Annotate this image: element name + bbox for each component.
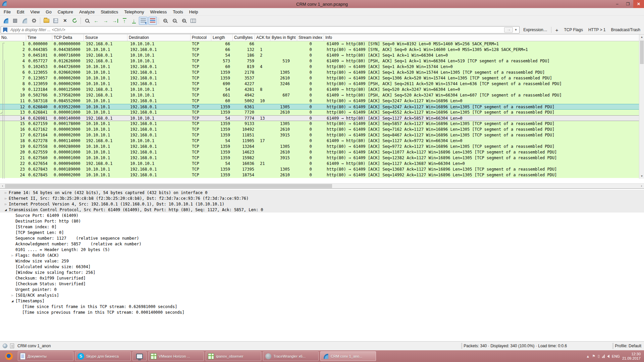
scroll-right-arrow-icon[interactable]: › <box>639 184 644 188</box>
detail-line[interactable]: Urgent pointer: 0 <box>0 287 644 292</box>
close-button[interactable]: ✕ <box>633 0 644 8</box>
zoom-out-button[interactable]: − <box>170 17 179 25</box>
go-last-button[interactable]: ↓ <box>129 17 138 25</box>
detail-line[interactable]: ▷Flags: 0x010 (ACK) <box>0 252 644 258</box>
reload-button[interactable] <box>70 17 79 25</box>
collapse-arrow-icon[interactable]: ◢ <box>9 299 15 303</box>
column-header-ack-for[interactable]: ACK for <box>255 35 270 41</box>
save-file-button[interactable] <box>51 17 60 25</box>
detail-line[interactable]: Checksum: 0x1f99 [unverified] <box>0 275 644 281</box>
maximize-button[interactable]: ❐ <box>623 0 633 8</box>
taskbar-firefox-button[interactable] <box>2 351 16 361</box>
detail-line[interactable]: ◢[Timestamps] <box>0 298 644 304</box>
detail-line[interactable]: ▷Ethernet II, Src: f2:3b:25:20:c8:b8 (f2… <box>0 195 644 201</box>
column-header-protocol[interactable]: Protocol <box>191 35 211 41</box>
taskbar-button-monitor[interactable] <box>132 351 147 361</box>
detail-line[interactable]: [Stream index: 0] <box>0 224 644 230</box>
packet-row[interactable]: 90.1231840.000125000192.168.0.110.10.10.… <box>0 87 639 93</box>
packet-row[interactable]: 120.6268400.03952200010.10.10.1192.168.0… <box>0 104 639 110</box>
zoom-in-button[interactable]: + <box>161 17 169 25</box>
column-header-cumbytes[interactable]: CumBytes <box>233 35 255 41</box>
detail-line[interactable]: Source Port: 61409 (61409) <box>0 213 644 218</box>
column-header-time[interactable]: Time <box>26 35 52 41</box>
packet-row[interactable]: 190.6275580.00028000010.10.10.1192.168.0… <box>0 144 639 149</box>
filter-preset-http[interactable]: HTTP > 1 <box>587 27 607 32</box>
zoom-reset-button[interactable]: = <box>179 17 188 25</box>
menu-help[interactable]: Help <box>186 9 201 15</box>
filter-preset-tcp-flags[interactable]: TCP Flags <box>562 27 584 32</box>
apply-filter-button[interactable]: ➝ <box>504 27 513 33</box>
column-header-destination[interactable]: Destination <box>127 35 191 41</box>
packet-row[interactable]: 70.1230570.00000200010.10.10.1192.168.0.… <box>0 75 639 81</box>
packet-row[interactable]: 180.6272780.000114000192.168.0.110.10.10… <box>0 138 639 144</box>
resize-columns-button[interactable] <box>189 17 198 25</box>
packet-row[interactable]: 140.6269810.000140000192.168.0.110.10.10… <box>0 115 639 121</box>
capture-comment-icon[interactable] <box>10 344 14 348</box>
expand-arrow-icon[interactable]: ▷ <box>3 197 9 200</box>
detail-line[interactable]: Acknowledgment number: 5857 (relative ac… <box>0 241 644 247</box>
column-header-no[interactable]: No. <box>0 35 26 41</box>
expand-arrow-icon[interactable]: ▷ <box>3 191 9 194</box>
minimize-button[interactable]: – <box>612 0 623 8</box>
collapse-arrow-icon[interactable]: ◢ <box>3 208 9 212</box>
open-file-button[interactable] <box>42 17 51 25</box>
packet-row[interactable]: 170.6271640.00000200010.10.10.1192.168.0… <box>0 132 639 138</box>
capture-options-button[interactable] <box>30 17 38 25</box>
packet-row[interactable]: 210.6275600.00000100010.10.10.1192.168.0… <box>0 155 639 161</box>
horizontal-scroll-thumb[interactable] <box>5 184 332 188</box>
menu-capture[interactable]: Capture <box>55 9 76 15</box>
packet-row[interactable]: 100.5027660.379582000192.168.0.110.10.10… <box>0 93 639 98</box>
start-capture-button[interactable] <box>1 17 10 25</box>
go-back-button[interactable]: ← <box>92 17 101 25</box>
detail-line[interactable]: [Time since previous frame in this TCP s… <box>0 309 644 315</box>
packet-row[interactable]: 230.6278430.00018900010.10.10.1192.168.0… <box>0 167 639 172</box>
menu-tools[interactable]: Tools <box>170 9 186 15</box>
packet-row[interactable]: 240.6278450.00000200010.10.10.1192.168.0… <box>0 172 639 178</box>
taskbar-button-tracewrangler[interactable]: TraceWrangler x6... <box>263 351 319 361</box>
menu-go[interactable]: Go <box>43 9 54 15</box>
packet-list-vertical-scrollbar[interactable]: ▲ ▼ <box>639 35 644 179</box>
detail-line[interactable]: [Window size scaling factor: 256] <box>0 269 644 275</box>
column-header-stream-index[interactable]: Stream index <box>297 35 324 41</box>
detail-line[interactable]: [TCP Segment Len: 0] <box>0 230 644 235</box>
packet-row[interactable]: 60.1230550.02060200010.10.10.1192.168.0.… <box>0 70 639 75</box>
detail-line[interactable]: 0101 .... = Header Length: 20 bytes (5) <box>0 247 644 252</box>
scroll-up-arrow-icon[interactable]: ▲ <box>639 35 644 40</box>
tray-volume-icon[interactable] <box>607 355 609 358</box>
tray-battery-icon[interactable]: ▯ <box>598 354 600 358</box>
tray-language[interactable]: ENG <box>612 354 620 358</box>
packet-row[interactable]: 220.6276540.000094000192.168.0.110.10.10… <box>0 161 639 167</box>
detail-line[interactable]: [Checksum Status: Unverified] <box>0 281 644 287</box>
packet-row[interactable]: 130.6268410.00000100010.10.10.1192.168.0… <box>0 110 639 115</box>
detail-line[interactable]: ▷[SEQ/ACK analysis] <box>0 292 644 298</box>
expert-info-icon[interactable] <box>3 344 7 348</box>
column-header-length[interactable]: Length <box>211 35 233 41</box>
filter-history-dropdown-icon[interactable]: ▼ <box>513 28 519 32</box>
packet-row[interactable]: 50.1024530.04472600010.10.10.1192.168.0.… <box>0 64 639 70</box>
taskbar-button-documents[interactable]: Документы <box>18 351 73 361</box>
menu-file[interactable]: File <box>1 9 14 15</box>
packet-list-horizontal-scrollbar[interactable]: ‹ › <box>0 183 644 188</box>
find-packet-button[interactable] <box>83 17 91 25</box>
expand-arrow-icon[interactable]: ▷ <box>9 294 15 297</box>
expression-button[interactable]: Expression… <box>522 27 549 32</box>
menu-statistics[interactable]: Statistics <box>98 9 121 15</box>
packet-row[interactable]: 10.0000000.000000000192.168.0.110.10.10.… <box>0 41 639 47</box>
packet-row[interactable]: 40.0577270.012626000192.168.0.110.10.10.… <box>0 58 639 64</box>
packet-row[interactable]: 200.6275590.00000100010.10.10.1192.168.0… <box>0 149 639 155</box>
column-header-info[interactable]: Info <box>324 35 639 41</box>
expand-arrow-icon[interactable]: ▷ <box>3 202 9 206</box>
detail-line[interactable]: Destination Port: http (80) <box>0 218 644 224</box>
filter-preset-broadcast-trash[interactable]: Broadcast/Trash <box>609 27 642 32</box>
taskbar-button-observer[interactable]: ipanov_observer <box>206 351 261 361</box>
go-first-button[interactable]: ↑ <box>120 17 129 25</box>
detail-line[interactable]: Window size value: 259 <box>0 258 644 264</box>
packet-row[interactable]: 110.5873180.08455200010.10.10.1192.168.0… <box>0 98 639 104</box>
scroll-left-arrow-icon[interactable]: ‹ <box>0 184 5 188</box>
tray-network-icon[interactable] <box>602 355 605 358</box>
stop-capture-button[interactable] <box>11 17 19 25</box>
menu-view[interactable]: View <box>27 9 43 15</box>
detail-line[interactable]: ▷Frame 14: 54 bytes on wire (432 bits), … <box>0 190 644 195</box>
tray-clock[interactable]: 12:30 21.09.2017 <box>622 352 641 361</box>
tray-show-hidden-icons[interactable]: ▲ <box>586 354 590 358</box>
